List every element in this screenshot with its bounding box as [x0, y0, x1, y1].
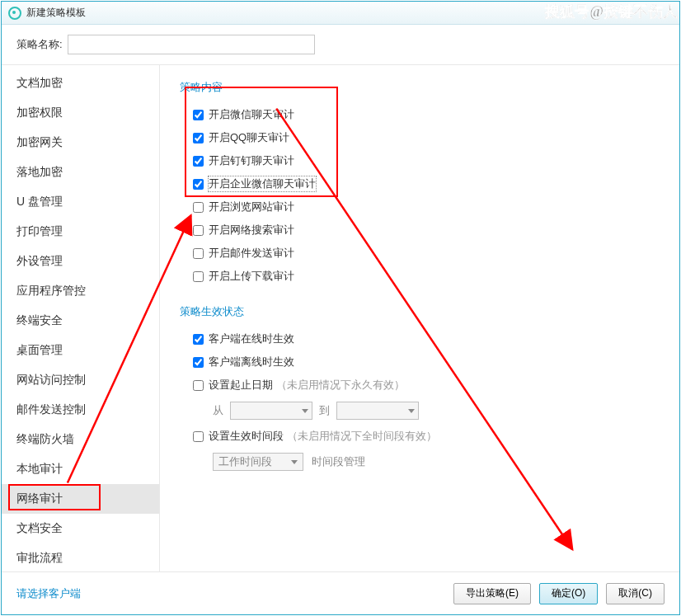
sidebar-item-local-audit[interactable]: 本地审计: [2, 454, 159, 484]
cancel-button[interactable]: 取消(C): [606, 583, 665, 604]
sidebar-item-encrypt-perm[interactable]: 加密权限: [2, 98, 159, 128]
chevron-down-icon: [408, 409, 415, 413]
check-online-effective: 客户端在线时生效: [180, 327, 660, 350]
check-enterprise-wechat-audit: 开启企业微信聊天审计: [180, 172, 660, 195]
sidebar-item-app-control[interactable]: 应用程序管控: [2, 276, 159, 306]
check-search-audit: 开启网络搜索审计: [180, 219, 660, 242]
sidebar-item-doc-security[interactable]: 文档安全: [2, 514, 159, 543]
check-dingtalk-audit-input[interactable]: [193, 156, 204, 167]
policy-name-row: 策略名称:: [2, 25, 679, 65]
sidebar-item-peripheral[interactable]: 外设管理: [2, 247, 159, 276]
sidebar-item-web-access[interactable]: 网站访问控制: [2, 365, 159, 395]
sidebar-item-desktop[interactable]: 桌面管理: [2, 336, 159, 365]
sidebar-item-doc-encrypt[interactable]: 文档加密: [2, 68, 159, 98]
check-wechat-audit: 开启微信聊天审计: [180, 103, 660, 126]
export-policy-button[interactable]: 导出策略(E): [453, 583, 531, 604]
check-date-range-input[interactable]: [193, 380, 204, 391]
titlebar: 新建策略模板: [2, 2, 679, 25]
date-from-select[interactable]: [230, 402, 312, 420]
check-updown-audit-input[interactable]: [193, 271, 204, 282]
time-range-row: 工作时间段 时间段管理: [180, 448, 660, 476]
check-browse-audit-input[interactable]: [193, 202, 204, 213]
policy-name-input[interactable]: [68, 35, 315, 54]
sidebar-item-land-encrypt[interactable]: 落地加密: [2, 158, 159, 187]
check-offline-effective-input[interactable]: [193, 357, 204, 368]
content-panel: 策略内容 开启微信聊天审计 开启QQ聊天审计 开启钉钉聊天审计 开启企业微信聊天…: [160, 65, 679, 571]
window-title: 新建策略模板: [26, 6, 86, 20]
check-mail-audit-input[interactable]: [193, 248, 204, 259]
app-icon: [8, 7, 21, 20]
sidebar-item-endpoint-security[interactable]: 终端安全: [2, 306, 159, 336]
check-date-range: 设置起止日期 （未启用情况下永久有效）: [180, 374, 660, 397]
check-mail-audit: 开启邮件发送审计: [180, 242, 660, 265]
sidebar-item-mail-send[interactable]: 邮件发送控制: [2, 395, 159, 425]
section-policy-content-title: 策略内容: [180, 80, 660, 95]
policy-name-label: 策略名称:: [16, 37, 63, 52]
body: 文档加密 加密权限 加密网关 落地加密 U 盘管理 打印管理 外设管理 应用程序…: [2, 65, 679, 571]
date-range-row: 从 到: [180, 397, 660, 425]
sidebar-item-print[interactable]: 打印管理: [2, 217, 159, 247]
check-updown-audit: 开启上传下载审计: [180, 265, 660, 288]
date-from-label: 从: [213, 403, 223, 418]
section-effective-title: 策略生效状态: [180, 304, 660, 319]
select-client-link[interactable]: 请选择客户端: [16, 586, 81, 601]
chevron-down-icon: [291, 460, 298, 464]
sidebar: 文档加密 加密权限 加密网关 落地加密 U 盘管理 打印管理 外设管理 应用程序…: [2, 65, 160, 571]
chevron-down-icon: [302, 409, 308, 413]
check-qq-audit: 开启QQ聊天审计: [180, 126, 660, 149]
check-search-audit-input[interactable]: [193, 225, 204, 236]
ok-button[interactable]: 确定(O): [539, 583, 598, 604]
time-manage-link[interactable]: 时间段管理: [312, 454, 365, 469]
time-segment-select[interactable]: 工作时间段: [213, 453, 303, 471]
sidebar-item-approval[interactable]: 审批流程: [2, 543, 159, 571]
check-online-effective-input[interactable]: [193, 334, 204, 345]
footer: 请选择客户端 导出策略(E) 确定(O) 取消(C): [2, 571, 679, 614]
check-qq-audit-input[interactable]: [193, 133, 204, 143]
dialog-window: 新建策略模板 策略名称: 文档加密 加密权限 加密网关 落地加密 U 盘管理 打…: [1, 1, 680, 615]
check-enterprise-wechat-audit-input[interactable]: [193, 179, 204, 190]
date-to-label: 到: [319, 403, 330, 418]
sidebar-item-encrypt-gateway[interactable]: 加密网关: [2, 128, 159, 158]
check-time-range-input[interactable]: [193, 431, 204, 442]
sidebar-item-network-audit[interactable]: 网络审计: [2, 484, 159, 514]
sidebar-item-firewall[interactable]: 终端防火墙: [2, 425, 159, 454]
sidebar-item-usb[interactable]: U 盘管理: [2, 187, 159, 217]
check-wechat-audit-input[interactable]: [193, 110, 204, 120]
check-browse-audit: 开启浏览网站审计: [180, 195, 660, 219]
check-time-range: 设置生效时间段 （未启用情况下全时间段有效）: [180, 425, 660, 448]
date-to-select[interactable]: [336, 402, 419, 420]
check-offline-effective: 客户端离线时生效: [180, 350, 660, 374]
check-dingtalk-audit: 开启钉钉聊天审计: [180, 149, 660, 172]
